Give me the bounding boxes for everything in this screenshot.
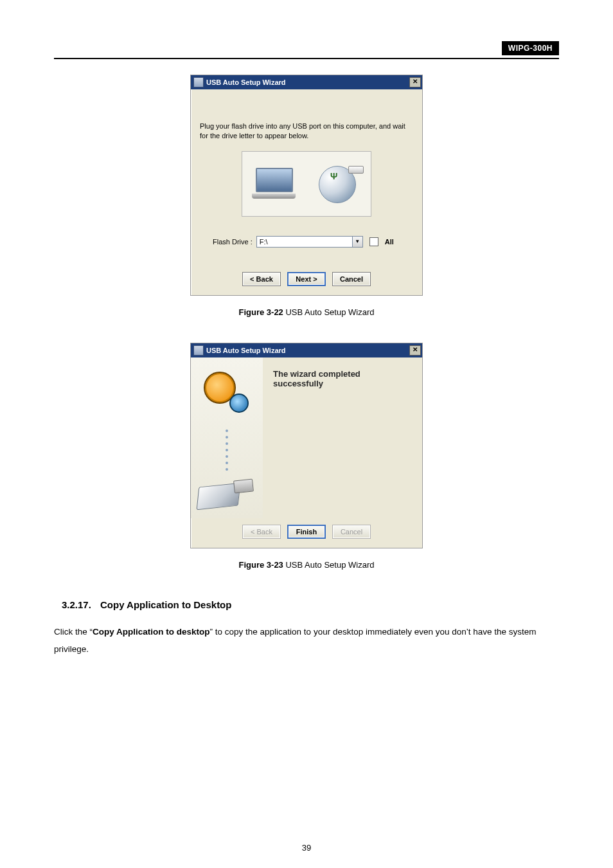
wizard-dialog-step: USB Auto Setup Wizard ✕ Plug your flash … (190, 75, 423, 296)
usb-symbol-icon: Ψ (330, 171, 337, 181)
gears-icon (201, 369, 253, 427)
figure-caption-2: Figure 3-23 USB Auto Setup Wizard (54, 560, 559, 570)
section-number: 3.2.17. (62, 599, 100, 610)
section-title: Copy Application to Desktop (100, 599, 231, 610)
app-icon (193, 77, 204, 87)
flash-drive-input[interactable] (256, 236, 353, 248)
page-number: 39 (0, 843, 613, 853)
section-body: Click the “Copy Application to desktop” … (54, 623, 559, 658)
header-rule (54, 58, 559, 59)
usb-drive-icon (198, 476, 256, 514)
progress-dots-icon (226, 429, 228, 471)
header-row: WIPG-300H (54, 41, 559, 55)
dialog-title: USB Auto Setup Wizard (206, 347, 409, 354)
back-button: < Back (242, 525, 281, 539)
instruction-text: Plug your flash drive into any USB port … (200, 122, 413, 141)
flash-drive-label: Flash Drive : (213, 238, 253, 246)
dialog-titlebar: USB Auto Setup Wizard ✕ (191, 343, 422, 357)
completed-heading: The wizard completed successfully (273, 369, 412, 388)
close-icon[interactable]: ✕ (409, 345, 421, 356)
figure-text: USB Auto Setup Wizard (283, 560, 375, 570)
laptop-icon (252, 168, 297, 200)
back-button[interactable]: < Back (242, 272, 281, 286)
usb-connector-icon (348, 166, 364, 174)
illustration-frame: Ψ (242, 151, 371, 217)
figure-caption-1: Figure 3-22 USB Auto Setup Wizard (54, 307, 559, 317)
wizard-content: The wizard completed successfully (263, 357, 422, 518)
all-checkbox[interactable] (369, 237, 378, 246)
app-icon (193, 345, 204, 356)
all-label: All (385, 238, 394, 246)
dialog-titlebar: USB Auto Setup Wizard ✕ (191, 75, 422, 89)
dialog-body: The wizard completed successfully (191, 357, 422, 518)
figure-number: Figure 3-23 (239, 560, 283, 570)
flash-drive-row: Flash Drive : ▼ All (213, 236, 413, 248)
close-icon[interactable]: ✕ (409, 77, 421, 87)
section-heading: 3.2.17.Copy Application to Desktop (62, 599, 559, 610)
usb-hub-icon: Ψ (316, 165, 361, 203)
dialog-button-bar: < Back Next > Cancel (191, 266, 422, 295)
dialog-title: USB Auto Setup Wizard (206, 78, 409, 86)
figure-number: Figure 3-22 (239, 307, 283, 317)
chevron-down-icon[interactable]: ▼ (353, 236, 363, 248)
flash-drive-select[interactable]: ▼ (256, 236, 363, 248)
body-pre: Click the “ (54, 627, 93, 637)
figure-text: USB Auto Setup Wizard (283, 307, 375, 317)
body-bold: Copy Application to desktop (93, 627, 210, 637)
product-tag: WIPG-300H (502, 41, 559, 55)
dialog-button-bar: < Back Finish Cancel (191, 518, 422, 548)
document-page: WIPG-300H USB Auto Setup Wizard ✕ Plug y… (0, 0, 613, 868)
dialog-body: Plug your flash drive into any USB port … (191, 89, 422, 266)
wizard-dialog-finish: USB Auto Setup Wizard ✕ The wizard compl… (190, 343, 423, 548)
next-button[interactable]: Next > (287, 272, 326, 286)
cancel-button[interactable]: Cancel (332, 272, 371, 286)
wizard-sidebar (191, 357, 263, 518)
cancel-button: Cancel (332, 525, 371, 539)
finish-button[interactable]: Finish (287, 525, 326, 539)
